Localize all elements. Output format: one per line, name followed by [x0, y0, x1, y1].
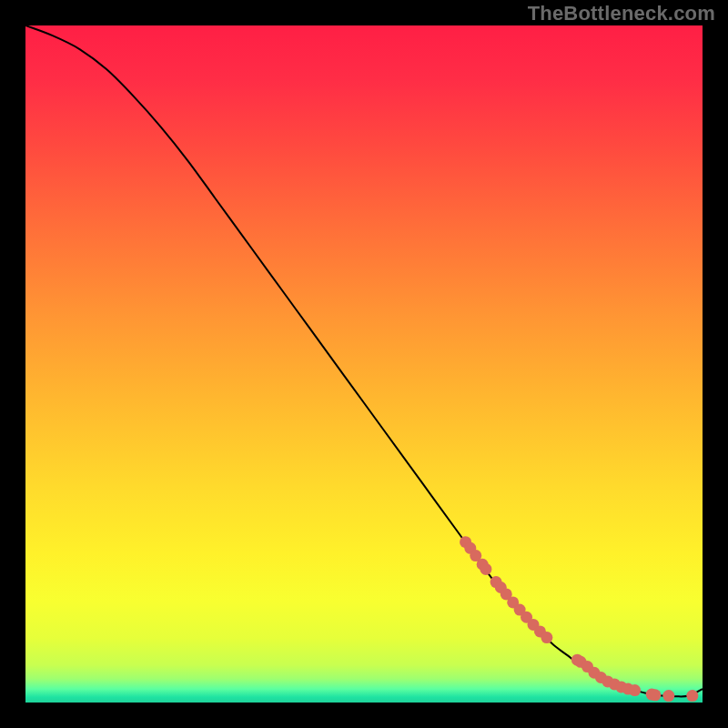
gradient-background — [25, 25, 703, 703]
watermark-text: TheBottleneck.com — [528, 2, 715, 25]
chart-frame: TheBottleneck.com — [0, 0, 728, 728]
data-point — [649, 689, 661, 701]
data-point — [629, 684, 641, 696]
data-point — [662, 690, 674, 702]
bottleneck-chart — [25, 25, 703, 703]
data-point — [686, 690, 698, 702]
data-point — [541, 632, 552, 643]
plot-area — [25, 25, 703, 703]
data-point — [480, 563, 491, 575]
